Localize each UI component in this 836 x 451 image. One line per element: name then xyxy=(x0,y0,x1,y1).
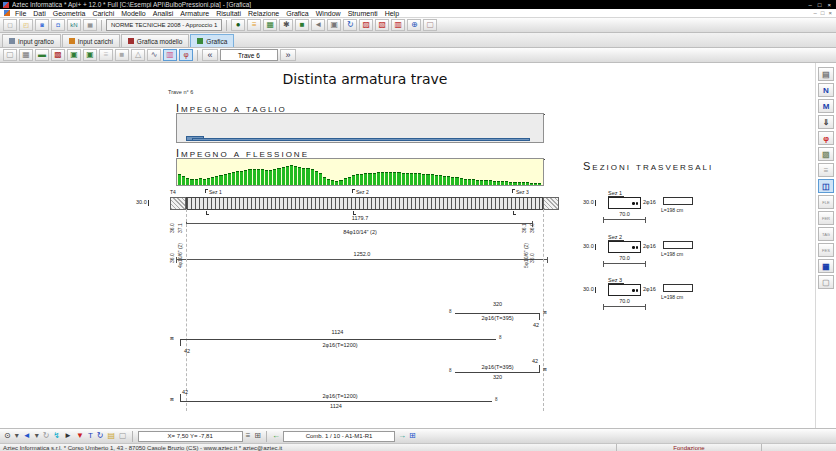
mode-tab[interactable]: Input grafico xyxy=(2,34,61,47)
rebar1-bar xyxy=(455,313,540,314)
mode-tab[interactable]: Input carichi xyxy=(62,34,120,47)
toolbar-icon[interactable]: ▨ xyxy=(359,19,373,31)
bottom-toolbar-icon[interactable]: ↻ xyxy=(43,432,50,440)
view-toolbar-icon[interactable]: ≡ xyxy=(99,49,113,61)
bottom-toolbar-icon[interactable]: T xyxy=(88,432,93,440)
right-toolbar-button[interactable]: ▨ xyxy=(818,147,834,161)
view-toolbar-icon[interactable]: ▣ xyxy=(83,49,97,61)
right-toolbar-button[interactable]: FLE xyxy=(818,195,834,209)
bottom-toolbar-icon[interactable]: ▢ xyxy=(119,432,127,440)
minimize-button[interactable]: – xyxy=(809,2,812,8)
right-toolbar-button[interactable]: ▦ xyxy=(818,259,834,273)
toolbar-icon[interactable]: ▢ xyxy=(3,19,17,31)
rebar1-label: 2φ16(T=395) xyxy=(445,315,550,321)
toolbar-icon[interactable]: ▦ xyxy=(83,19,97,31)
right-toolbar-button[interactable]: ▤ xyxy=(818,67,834,81)
view-toolbar-icon[interactable]: φ xyxy=(179,49,193,61)
bottom-toolbar-icon[interactable]: ⊙ xyxy=(4,432,11,440)
section-height-dim: 30.0 xyxy=(583,199,596,206)
toolbar-icon[interactable]: ◰ xyxy=(19,19,33,31)
right-toolbar-button[interactable]: φ xyxy=(818,131,834,145)
bottom-toolbar-icon[interactable]: ⊞ xyxy=(254,432,261,440)
bottom-toolbar-icon[interactable]: ▾ xyxy=(15,432,19,440)
current-element-box[interactable]: Trave 6 xyxy=(220,49,278,61)
bottom-toolbar-icon[interactable]: ▾ xyxy=(35,432,39,440)
maximize-button[interactable]: □ xyxy=(818,2,822,8)
mdi-restore-button[interactable]: □ xyxy=(821,10,825,16)
norme-dropdown[interactable]: NORME TECNICHE 2008 - Approccio 1 xyxy=(106,19,222,31)
toolbar-icon[interactable]: ▦ xyxy=(263,19,277,31)
menu-item[interactable]: Analisi xyxy=(153,10,174,17)
right-toolbar-button[interactable]: FES xyxy=(818,243,834,257)
right-toolbar-button[interactable]: ◫ xyxy=(818,179,834,193)
menu-item[interactable]: Armature xyxy=(180,10,209,17)
bending-bar xyxy=(414,173,417,185)
toolbar-icon[interactable]: ✱ xyxy=(279,19,293,31)
right-toolbar-button[interactable]: TAG xyxy=(818,227,834,241)
print-preview-icon[interactable]: ⊞ xyxy=(409,432,416,440)
mdi-close-button[interactable]: × xyxy=(828,10,832,16)
mode-tab[interactable]: Grafica xyxy=(190,34,234,47)
toolbar-icon[interactable]: ■ xyxy=(295,19,309,31)
rebar4-label: 2φ16(T=1200) xyxy=(200,393,480,399)
menu-item[interactable]: Modello xyxy=(121,10,146,17)
view-toolbar-icon[interactable]: ▢ xyxy=(3,49,17,61)
toolbar-icon[interactable]: ≡ xyxy=(247,19,261,31)
right-toolbar-button[interactable]: FER xyxy=(818,211,834,225)
next-element-button[interactable]: » xyxy=(280,49,296,61)
view-toolbar-icon[interactable]: △ xyxy=(131,49,145,61)
menu-item[interactable]: Carichi xyxy=(92,10,114,17)
bottom-toolbar-icon[interactable]: ◄ xyxy=(23,432,31,440)
bottom-toolbar-icon[interactable]: ▼ xyxy=(76,432,84,440)
toolbar-icon[interactable]: ↻ xyxy=(343,19,357,31)
bending-bar xyxy=(186,178,189,185)
toolbar-icon[interactable]: ▥ xyxy=(391,19,405,31)
bending-bar xyxy=(273,169,276,185)
menu-item[interactable]: File xyxy=(15,10,26,17)
mdi-minimize-button[interactable]: – xyxy=(814,10,817,16)
toolbar-icon[interactable]: ▧ xyxy=(375,19,389,31)
bottom-toolbar-icon[interactable]: ≡ xyxy=(246,432,251,440)
prev-combination-button[interactable]: ← xyxy=(272,432,280,440)
view-toolbar-icon[interactable]: ∿ xyxy=(147,49,161,61)
menu-item[interactable]: Relazione xyxy=(248,10,279,17)
toolbar-icon[interactable]: ⊕ xyxy=(407,19,421,31)
menu-item[interactable]: Geometria xyxy=(53,10,86,17)
toolbar-icon[interactable]: ● xyxy=(231,19,245,31)
bottom-toolbar-icon[interactable]: ▤ xyxy=(108,432,116,440)
view-toolbar-icon[interactable]: ▩ xyxy=(51,49,65,61)
view-toolbar-icon[interactable]: ▣ xyxy=(67,49,81,61)
toolbar-icon[interactable]: ▣ xyxy=(327,19,341,31)
toolbar-icon[interactable]: kN xyxy=(67,19,81,31)
right-toolbar-button[interactable]: ≡ xyxy=(818,163,834,177)
next-combination-button[interactable]: → xyxy=(398,432,406,440)
toolbar-icon[interactable]: ▢ xyxy=(423,19,437,31)
bottom-toolbar-icon[interactable]: ↻ xyxy=(97,432,104,440)
combination-display[interactable]: Comb. 1 / 10 - A1-M1-R1 xyxy=(283,431,395,442)
menu-item[interactable]: Strumenti xyxy=(348,10,378,17)
prev-element-button[interactable]: « xyxy=(202,49,218,61)
menu-item[interactable]: Window xyxy=(316,10,341,17)
right-toolbar-button[interactable]: ⇓ xyxy=(818,115,834,129)
view-toolbar-icon[interactable]: ▬ xyxy=(35,49,49,61)
bottom-toolbar-icon[interactable]: ► xyxy=(64,432,72,440)
toolbar-icon[interactable]: ◘ xyxy=(51,19,65,31)
menu-item[interactable]: Help xyxy=(385,10,399,17)
toolbar-icon[interactable]: ◙ xyxy=(35,19,49,31)
close-button[interactable]: × xyxy=(827,2,831,8)
view-toolbar-icon[interactable]: ■ xyxy=(115,49,129,61)
bottom-toolbar-icon[interactable]: ↯ xyxy=(53,432,60,440)
right-toolbar-button[interactable]: ▢ xyxy=(818,275,834,289)
menu-item[interactable]: Risultati xyxy=(216,10,241,17)
right-toolbar-button[interactable]: N xyxy=(818,83,834,97)
drawing-canvas[interactable]: Distinta armatura trave Trave n° 6 Impeg… xyxy=(0,63,836,428)
right-toolbar-button[interactable]: M xyxy=(818,99,834,113)
view-toolbar-icon[interactable]: ▥ xyxy=(163,49,177,61)
menu-item[interactable]: Dati xyxy=(33,10,45,17)
mode-tab[interactable]: Grafica modello xyxy=(121,34,190,47)
menu-item[interactable]: Grafica xyxy=(286,10,309,17)
view-toolbar-icon[interactable]: ▦ xyxy=(19,49,33,61)
bending-bar xyxy=(253,169,256,185)
tab-icon xyxy=(9,38,15,44)
toolbar-icon[interactable]: ◄ xyxy=(311,19,325,31)
